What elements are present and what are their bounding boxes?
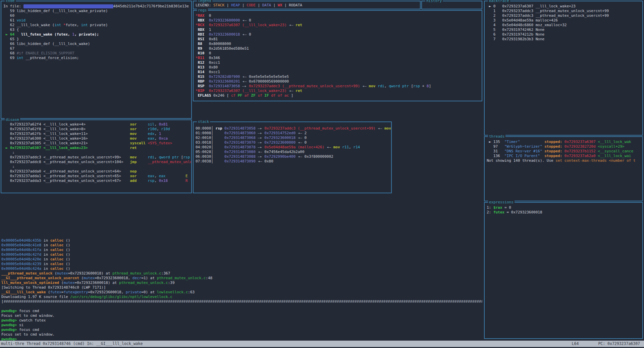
text-line: ↓ — [3, 164, 191, 169]
text-line: 59 libc_hidden_def (__lll_lock_wake_priv… — [3, 9, 191, 13]
text-line: 0x7293237a62f4 <__lll_lock_wake+4> xor s… — [3, 122, 191, 127]
text-line: [Switching to Thread 0x7293148746c0 (LWP… — [1, 285, 482, 290]
text-line: 0x7293237a62fb <__lll_lock_wake+11> mov … — [3, 132, 191, 136]
text-line: 60 — [3, 13, 191, 18]
text-line: RSI 0x81 — [196, 37, 481, 42]
panel-title-legend: legend — [197, 0, 212, 3]
text-line: 0x7293237addc3 <__pthread_mutex_unlock_u… — [3, 155, 191, 160]
text-line: 63 { — [3, 28, 191, 32]
text-line: LEGEND: STACK | HEAP | CODE | DATA | WX … — [196, 2, 419, 6]
text-line — [1, 304, 482, 309]
code-source-lines: In file: 4845db211e7b42c7176f9be21b8301e… — [1, 1, 191, 118]
backtrace-panel: backtrace ► 0 0x7293237a6307 __lll_lock_… — [484, 1, 643, 136]
text-line: EFLAGS 0x246 [ cf PF af ZF sf IF df of a… — [196, 93, 481, 98]
text-line: 0x00005e04d48c420e in calloc () — [1, 257, 482, 262]
text-line: 67 — [3, 46, 191, 51]
text-line: Not showing 140 thread(s). Use set conte… — [487, 158, 642, 163]
panel-title-code: code — [5, 0, 16, 3]
text-line: R14 0xcc1 — [196, 70, 481, 74]
legend-panel: legend LEGEND: STACK | HEAP | CODE | DAT… — [193, 1, 421, 9]
text-line: Focus set to cmd window. — [1, 332, 482, 337]
text-line: [#######################################… — [1, 299, 482, 304]
text-line: 00:0000│ rsp 0x729314873058 —▸ 0x7293237… — [196, 126, 390, 131]
text-line: R15 0x729282d8f900 ◂— 0xe5e5e5e5e5e5e5e5 — [196, 74, 481, 79]
text-line: 04:0020│ 0x729314873078 —▸ 0x5e04d48ae59… — [196, 145, 390, 150]
text-line: 5 0x729319742462 None — [487, 28, 642, 32]
register-lines: *RAX 0 RBX 0x729323600000 ◂— 0*RCX 0x729… — [194, 11, 482, 101]
disassembly-panel: disasm 0x7293237a62f4 <__lll_lock_wake+4… — [1, 119, 192, 193]
text-line: 3 0x5e04d48ae59a malloc+426 — [487, 18, 642, 23]
text-line: Focus set to cmd window. — [1, 313, 482, 318]
expression-rows: 1: $rax = 02: futex = 0x729323600018 — [485, 203, 642, 338]
text-line: Downloading 1.97 K source file /usr/src/… — [1, 295, 482, 299]
text-line: pwndbg> focus cmd — [1, 309, 482, 313]
text-line: ► 64 lll_futex_wake (futex, 1, private); — [3, 32, 191, 37]
panel-title-backtrace: backtrace — [488, 0, 510, 3]
text-line: __GI___pthread_mutex_unlock_usercnt (mut… — [1, 276, 482, 281]
panel-title-threads: threads — [488, 134, 505, 139]
text-line: ___pthread_mutex_unlock (mutex=0x7293236… — [1, 271, 482, 276]
text-line: 0x00005e04d48c42fd in calloc () — [1, 252, 482, 257]
text-line: 0x00005e04d48c41fa in calloc () — [1, 248, 482, 252]
backtrace-frames: ► 0 0x7293237a6307 __lll_lock_wake+23 1 … — [485, 1, 642, 135]
text-line: 68 #if ENABLE_ELISION_SUPPORT — [3, 51, 191, 56]
legend-line: LEGEND: STACK | HEAP | CODE | DATA | WX … — [194, 1, 420, 9]
text-line: 01:0008│ 0x729314873060 —▸ 0x729314752ed… — [196, 131, 390, 136]
stack-lines: 00:0000│ rsp 0x729314873058 —▸ 0x7293237… — [194, 122, 391, 193]
text-line: 07:0038│ 0x729314873090 ◂— 0x80 — [196, 159, 390, 164]
text-line: ► 0 0x7293237a6307 __lll_lock_wake+23 — [487, 4, 642, 9]
stack-panel: stack 00:0000│ rsp 0x729314873058 —▸ 0x7… — [193, 121, 392, 193]
text-line: __GI___lll_lock_wake (futex=futex@entry=… — [1, 290, 482, 295]
status-line-indicator: L64 — [572, 341, 579, 347]
command-output[interactable]: 0x00005e04d48c435b in calloc ()0x00005e0… — [1, 238, 482, 341]
text-line: RDI 0x729323600018 ◂— 0 — [196, 32, 481, 37]
panel-title-expressions: expressions — [488, 200, 515, 205]
text-line: *R11 0x346 — [196, 56, 481, 60]
text-line: 06:0030│ 0x729314873088 —▸ 0x7292990be40… — [196, 154, 390, 159]
text-line: R10 0 — [196, 51, 481, 56]
text-line: lll_mutex_unlock_optimized (mutex=0x7293… — [1, 281, 482, 285]
text-line: 0x7293237addc8 <__pthread_mutex_unlock_u… — [3, 160, 191, 164]
thread-rows: ► 135 "Timer" stopped: 0x7293237a6307 <_… — [485, 137, 642, 201]
code-panel: code In file: 4845db211e7b42c7176f9be21b… — [1, 1, 192, 119]
text-line: pwndbg> — [1, 337, 482, 341]
text-line: RSP 0x729314873058 —▸ 0x7293237addc3 (__… — [196, 84, 481, 89]
text-line: R13 0x80 — [196, 65, 481, 70]
status-bar: multi-thre Thread 0x7293148746 (cmd) In:… — [0, 341, 644, 347]
text-line: 0x00005e04d48c435b in calloc () — [1, 238, 482, 243]
text-line: 97 "WrGlyph~terizer" stopped: 0x72932382… — [487, 144, 642, 149]
text-line: 05:0028│ 0x729314873080 ◂— 0x7456e45da42… — [196, 150, 390, 154]
text-line: 0x00005e04d48c41e8 in calloc () — [1, 243, 482, 248]
text-line: 0x7293237adda0 <__pthread_mutex_unlock_u… — [3, 169, 191, 174]
panel-title-history: history — [425, 0, 443, 3]
text-line: 61 void — [3, 18, 191, 23]
text-line: *RIP 0x7293237a6307 (__lll_lock_wake+23)… — [196, 89, 481, 93]
text-line: pwndbg> focus cmd — [1, 328, 482, 332]
text-line: RBP 0x729323600201 ◂— 0x6700000569000000 — [196, 79, 481, 84]
text-line: 62 __lll_lock_wake (int *futex, int priv… — [3, 23, 191, 28]
text-line: 1: $rax = 0 — [487, 205, 642, 210]
text-line: RBX 0x729323600000 ◂— 0 — [196, 18, 481, 23]
text-line: R12 0xcc1 — [196, 60, 481, 65]
expressions-panel: expressions 1: $rax = 02: futex = 0x7293… — [484, 202, 643, 339]
text-line: 136 "IPC I/O Parent" stopped: 0x7293237a… — [487, 154, 642, 158]
text-line: 0x7293237a6300 <__lll_lock_wake+16> mov … — [3, 136, 191, 141]
text-line: 6 0x72931974212b None — [487, 32, 642, 37]
threads-panel: threads ► 135 "Timer" stopped: 0x7293237… — [484, 136, 643, 201]
text-line: 0x7293237a62f8 <__lll_lock_wake+8> xor r… — [3, 127, 191, 132]
text-line: 2 0x7293237addc3 __pthread_mutex_unlock_… — [487, 13, 642, 18]
text-line: R8 0x80008000 — [196, 42, 481, 46]
text-line: 69 int __pthread_force_elision; — [3, 56, 191, 60]
text-line: 31 "DNS Res~ver #16" stopped: 0x7293237b… — [487, 149, 642, 154]
text-line: 2: futex = 0x729323600018 — [487, 210, 642, 215]
text-line: 0x7293237a6305 <__lll_lock_wake+21> sysc… — [3, 141, 191, 146]
panel-title-disasm: disasm — [5, 117, 20, 122]
text-line: 0x00005e04d48c4239 in calloc () — [1, 262, 482, 266]
panel-title-stack: stack — [197, 119, 210, 124]
disassembly-lines: 0x7293237a62f4 <__lll_lock_wake+4> xor s… — [1, 120, 191, 193]
text-line: *RCX 0x7293237a6307 (__lll_lock_wake+23)… — [196, 23, 481, 28]
text-line: 1 0x7293237addc3 __pthread_mutex_unlock_… — [487, 9, 642, 13]
text-line: R9 0x2d561850ed580e51 — [196, 46, 481, 51]
text-line: ► 135 "Timer" stopped: 0x7293237a6307 <_… — [487, 140, 642, 144]
history-panel: history [←][→] — [421, 1, 482, 9]
